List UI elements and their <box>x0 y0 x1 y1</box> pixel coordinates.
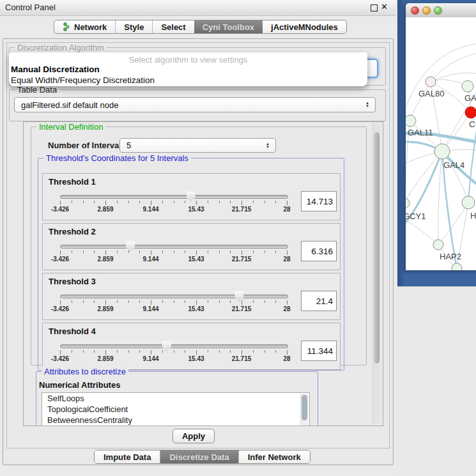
slider-track[interactable] <box>60 295 288 298</box>
tick-mark <box>174 250 174 253</box>
tick-label: 21.715 <box>232 355 252 362</box>
tick-mark <box>275 300 276 303</box>
tab-jactivemnodules[interactable]: jActiveMNodules <box>263 20 346 33</box>
combo-value: galFiltered.sif default node <box>21 100 118 110</box>
tick-mark <box>196 250 197 255</box>
threshold-label: Threshold 4 <box>49 326 96 336</box>
tick-mark <box>151 250 151 255</box>
tab-network[interactable]: Network <box>54 20 115 33</box>
node-label: H <box>470 211 476 220</box>
tab-select[interactable]: Select <box>152 20 194 33</box>
network-node[interactable] <box>462 196 475 209</box>
tick-mark <box>139 201 140 203</box>
group-title: Discretization Algorithm <box>15 43 107 52</box>
network-node[interactable] <box>462 81 473 92</box>
tick-mark <box>219 350 220 353</box>
tick-mark <box>230 350 231 353</box>
tick-mark <box>253 250 254 253</box>
tab-style[interactable]: Style <box>115 20 152 33</box>
algorithm-dropdown-popup: Select algorithm to view settings Manual… <box>9 52 367 86</box>
slider-track[interactable] <box>60 344 288 348</box>
tick-mark <box>253 300 254 303</box>
threshold-value-field[interactable] <box>301 341 337 361</box>
tick-mark <box>162 350 163 353</box>
slider-track[interactable] <box>60 195 288 199</box>
threshold-label: Threshold 3 <box>49 277 96 286</box>
tick-mark <box>242 250 242 255</box>
dropdown-option-equal-width-frequency[interactable]: Equal Width/Frequency Discretization <box>11 75 155 85</box>
network-node[interactable] <box>406 198 410 208</box>
tick-mark <box>83 250 84 253</box>
table-panel: Table Panel ⚙ ☑☑ shared... na YDL19...YD… <box>397 286 476 476</box>
network-node[interactable] <box>452 263 462 270</box>
network-node[interactable] <box>426 77 436 87</box>
bottom-tab-bar: Impute Data Discretize Data Infer Networ… <box>94 450 311 464</box>
network-window-titlebar <box>406 3 476 18</box>
threshold-value-field[interactable] <box>301 191 337 211</box>
network-node[interactable] <box>406 115 416 127</box>
network-edge[interactable] <box>438 151 442 245</box>
number-of-intervals-combobox[interactable]: 5 ▲▼ <box>119 138 276 153</box>
tick-mark <box>253 201 254 203</box>
threshold-box: Threshold 3 -3.4262.8599.14415.4321.7152… <box>42 273 341 320</box>
threshold-label: Threshold 2 <box>49 227 96 236</box>
tick-mark <box>242 350 242 355</box>
tick-mark <box>105 250 106 255</box>
tick-label: 15.43 <box>188 305 204 312</box>
top-tab-bar: Network Style Select Cyni Toolbox jActiv… <box>54 20 347 34</box>
tick-mark <box>128 300 129 303</box>
tick-mark <box>196 350 197 355</box>
network-edge[interactable] <box>406 151 442 203</box>
tick-mark <box>94 201 95 203</box>
tick-label: 9.144 <box>142 256 158 263</box>
node-label: GAL4 <box>443 160 464 170</box>
tab-discretize-data[interactable]: Discretize Data <box>160 450 238 463</box>
mac-minimize-icon[interactable] <box>422 6 431 15</box>
tab-impute-data[interactable]: Impute Data <box>95 450 160 463</box>
network-node[interactable] <box>434 144 450 159</box>
table-data-combobox[interactable]: galFiltered.sif default node ▲▼ <box>14 97 376 112</box>
network-node[interactable] <box>433 240 443 250</box>
tick-mark <box>162 201 163 203</box>
tick-mark <box>287 250 288 255</box>
mac-close-icon[interactable] <box>411 6 419 15</box>
settings-vertical-scrollbar[interactable] <box>372 123 380 424</box>
tick-mark <box>60 350 61 355</box>
tick-mark <box>275 350 276 353</box>
control-panel-titlebar: Control Panel ✕ <box>0 0 396 16</box>
settings-scrollpane: Interval Definition Number of Intervals … <box>23 121 383 426</box>
threshold-value-field[interactable] <box>301 241 337 261</box>
tab-infer-network[interactable]: Infer Network <box>238 450 310 463</box>
tick-label: 28 <box>283 305 290 312</box>
spinner-icon: ▲▼ <box>266 142 270 149</box>
tick-mark <box>265 350 265 353</box>
network-view-window[interactable]: GAL80GACGAL11GAL4GCY1HHAP2 <box>406 3 476 270</box>
network-edge[interactable] <box>438 203 468 245</box>
attributes-group: Attributes to discretize Numerical Attri… <box>36 371 318 426</box>
tick-mark <box>265 250 265 253</box>
tick-mark <box>230 250 231 253</box>
tick-mark <box>128 350 129 353</box>
float-window-icon[interactable] <box>371 4 378 12</box>
attribute-list-item[interactable]: BetweennessCentrality <box>42 415 309 426</box>
slider-ticks <box>60 300 287 305</box>
network-icon <box>63 22 70 31</box>
panel-title: Control Panel <box>5 3 56 12</box>
threshold-value-field[interactable] <box>301 291 337 311</box>
network-canvas[interactable]: GAL80GACGAL11GAL4GCY1HHAP2 <box>406 17 476 270</box>
slider-track[interactable] <box>60 245 288 249</box>
network-node[interactable] <box>465 107 476 118</box>
apply-button[interactable]: Apply <box>173 429 215 443</box>
attribute-list-item[interactable]: TopologicalCoefficient <box>42 404 309 415</box>
attribute-list-item[interactable]: SelfLoops <box>42 393 309 404</box>
close-icon[interactable]: ✕ <box>381 2 388 12</box>
tick-label: 28 <box>283 256 290 263</box>
tick-mark <box>105 350 106 355</box>
tick-mark <box>60 201 61 205</box>
attributes-scrollbar[interactable] <box>300 394 309 426</box>
tab-cyni-toolbox[interactable]: Cyni Toolbox <box>194 20 263 33</box>
tick-mark <box>60 300 61 305</box>
dropdown-option-manual-discretization[interactable]: Manual Discretization <box>11 65 100 74</box>
mac-zoom-icon[interactable] <box>434 6 442 15</box>
network-edge[interactable] <box>431 52 476 82</box>
